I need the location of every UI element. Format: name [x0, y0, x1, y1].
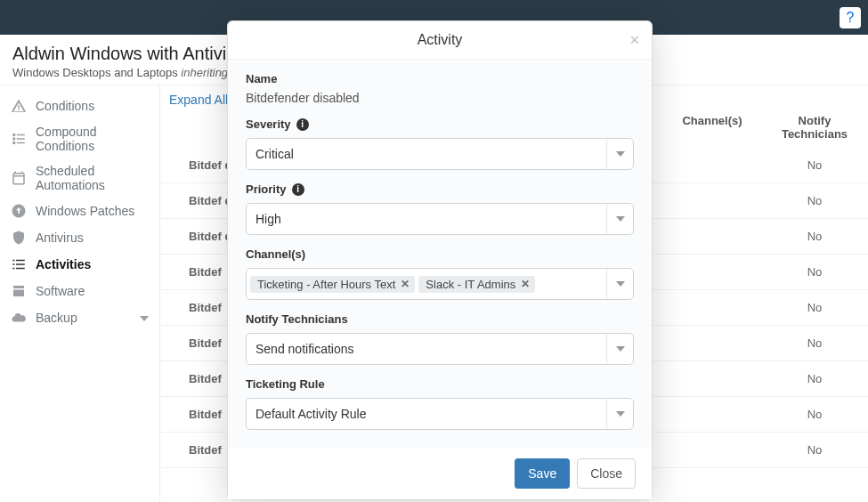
- ticketing-rule-select[interactable]: Default Activity Rule: [246, 398, 634, 430]
- svg-rect-5: [17, 142, 25, 144]
- shield-icon: [11, 230, 27, 246]
- channels-label: Channel(s): [246, 247, 634, 261]
- chevron-down-icon: [606, 399, 633, 429]
- name-value: Bitdefender disabled: [246, 91, 634, 105]
- sidebar-item-compound-conditions[interactable]: Compound Conditions: [0, 119, 159, 158]
- help-icon: ?: [847, 10, 855, 26]
- field-channels: Channel(s) Ticketing - After Hours Text …: [246, 247, 634, 300]
- row-notify: No: [770, 443, 859, 457]
- chevron-down-icon: [606, 139, 633, 169]
- sidebar-item-label: Windows Patches: [36, 204, 134, 218]
- list-filter-icon: [11, 131, 27, 147]
- warning-icon: [11, 98, 27, 114]
- row-notify: No: [770, 265, 859, 279]
- notify-tech-label: Notify Technicians: [246, 312, 634, 326]
- priority-select[interactable]: High: [246, 203, 634, 235]
- severity-value: Critical: [256, 147, 624, 161]
- inheriting-word: inheriting: [181, 66, 228, 79]
- svg-rect-7: [12, 260, 14, 262]
- expand-all-link[interactable]: Expand All: [169, 93, 228, 107]
- help-button[interactable]: ?: [840, 7, 861, 28]
- sidebar-item-conditions[interactable]: Conditions: [0, 93, 159, 119]
- sidebar: Conditions Compound Conditions Scheduled…: [0, 85, 160, 502]
- sidebar-item-label: Conditions: [36, 99, 94, 113]
- activities-icon: [11, 256, 27, 272]
- modal-footer: Save Close: [228, 448, 652, 499]
- info-icon[interactable]: i: [292, 183, 304, 196]
- arrow-up-circle-icon: [11, 203, 27, 219]
- sidebar-item-antivirus[interactable]: Antivirus: [0, 224, 159, 251]
- ticketing-rule-value: Default Activity Rule: [256, 407, 624, 421]
- col-header-channels: Channel(s): [654, 114, 770, 141]
- row-notify: No: [770, 194, 859, 207]
- sidebar-item-backup[interactable]: Backup: [0, 304, 159, 331]
- svg-rect-9: [12, 263, 14, 265]
- window-icon: [11, 283, 27, 299]
- chevron-down-icon: [606, 204, 633, 234]
- svg-rect-0: [12, 134, 15, 136]
- modal-title: Activity: [418, 32, 463, 48]
- svg-rect-4: [12, 142, 15, 144]
- priority-value: High: [256, 212, 624, 226]
- field-severity: Severity i Critical: [246, 117, 634, 170]
- severity-select[interactable]: Critical: [246, 138, 634, 170]
- svg-rect-11: [12, 268, 14, 270]
- chevron-down-icon: [606, 269, 633, 299]
- row-notify: No: [770, 372, 859, 385]
- notify-tech-select[interactable]: Send notifications: [246, 333, 634, 365]
- field-notify-technicians: Notify Technicians Send notifications: [246, 312, 634, 365]
- priority-label: Priority: [246, 182, 287, 196]
- channel-tag: Slack - IT Admins ✕: [418, 276, 535, 293]
- row-notify: No: [770, 408, 859, 421]
- svg-rect-8: [16, 260, 25, 262]
- sidebar-item-label: Software: [36, 284, 85, 298]
- channels-select[interactable]: Ticketing - After Hours Text ✕ Slack - I…: [246, 268, 634, 300]
- field-name: Name Bitdefender disabled: [246, 72, 634, 105]
- col-header-notify-tech: Notify Technicians: [770, 114, 859, 141]
- row-notify: No: [770, 158, 859, 172]
- svg-rect-1: [17, 134, 25, 136]
- tag-remove-icon[interactable]: ✕: [401, 278, 410, 290]
- sidebar-item-software[interactable]: Software: [0, 278, 159, 304]
- row-notify: No: [770, 336, 859, 350]
- info-icon[interactable]: i: [296, 118, 309, 131]
- name-label: Name: [246, 72, 634, 85]
- sidebar-item-windows-patches[interactable]: Windows Patches: [0, 198, 159, 224]
- svg-rect-10: [16, 263, 25, 265]
- modal-header: Activity ×: [228, 21, 652, 59]
- close-button[interactable]: Close: [577, 458, 636, 489]
- channel-tag-label: Ticketing - After Hours Text: [257, 278, 395, 291]
- close-icon: ×: [629, 31, 639, 49]
- subtitle-text: Windows Desktops and Laptops: [12, 66, 178, 79]
- sidebar-item-label: Activities: [36, 257, 91, 271]
- channel-tag: Ticketing - After Hours Text ✕: [250, 276, 415, 293]
- calendar-icon: [11, 170, 27, 186]
- tag-remove-icon[interactable]: ✕: [521, 278, 530, 290]
- sidebar-item-label: Compound Conditions: [36, 125, 149, 153]
- row-notify: No: [770, 301, 859, 314]
- notify-tech-value: Send notifications: [256, 342, 624, 356]
- sidebar-item-label: Antivirus: [36, 231, 84, 245]
- ticketing-rule-label: Ticketing Rule: [246, 377, 634, 391]
- activity-modal: Activity × Name Bitdefender disabled Sev…: [227, 20, 653, 500]
- svg-rect-3: [17, 138, 25, 140]
- chevron-down-icon: [140, 312, 149, 324]
- chevron-down-icon: [606, 334, 633, 364]
- sidebar-item-scheduled-automations[interactable]: Scheduled Automations: [0, 158, 159, 198]
- row-notify: No: [770, 230, 859, 243]
- field-ticketing-rule: Ticketing Rule Default Activity Rule: [246, 377, 634, 430]
- cloud-icon: [11, 310, 27, 326]
- field-priority: Priority i High: [246, 182, 634, 235]
- sidebar-item-label: Backup: [36, 311, 77, 325]
- severity-label: Severity: [246, 117, 291, 131]
- sidebar-item-label: Scheduled Automations: [36, 164, 149, 192]
- modal-close-button[interactable]: ×: [629, 32, 639, 48]
- channel-tag-label: Slack - IT Admins: [426, 278, 515, 291]
- save-button[interactable]: Save: [515, 458, 570, 489]
- svg-rect-12: [16, 268, 25, 270]
- svg-rect-2: [12, 138, 15, 141]
- sidebar-item-activities[interactable]: Activities: [0, 251, 159, 278]
